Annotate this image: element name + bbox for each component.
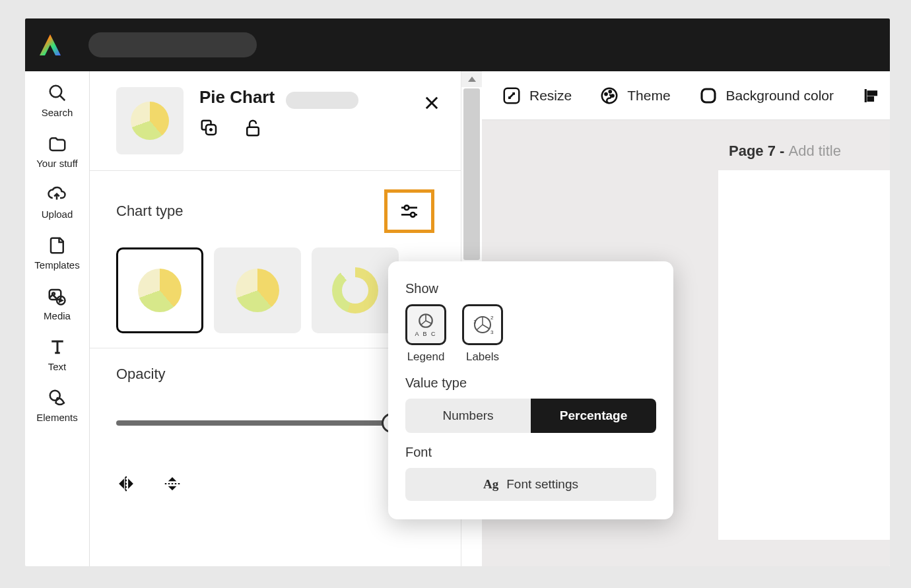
svg-rect-23 [868,91,877,94]
show-legend-toggle[interactable]: A B C [405,304,446,345]
chart-settings-popover: Show A B C Legend 123 Labels Value type … [388,261,673,519]
svg-point-0 [50,86,61,98]
legend-label: Legend [405,350,446,364]
resize-button[interactable]: Resize [502,86,572,106]
svg-point-11 [405,205,409,210]
sidebar-item-label: Text [48,361,67,372]
sidebar-item-label: Your stuff [36,158,78,169]
sidebar-item-your-stuff[interactable]: Your stuff [36,134,78,169]
chart-settings-button[interactable] [384,189,434,233]
resize-label: Resize [529,88,572,104]
document-title-input[interactable] [88,32,257,57]
show-labels-toggle[interactable]: 123 [462,304,503,345]
page-canvas[interactable] [718,170,890,540]
pie-icon [417,312,434,329]
value-type-label: Value type [405,376,656,391]
chart-thumbnail [116,87,184,154]
svg-text:3: 3 [490,329,494,335]
chart-type-pie-labeled[interactable] [214,247,301,333]
close-panel-button[interactable] [422,94,441,115]
svg-line-1 [59,96,65,101]
font-settings-label: Font settings [506,477,578,492]
scroll-up-button[interactable] [461,71,482,87]
font-section-label: Font [405,445,656,460]
sidebar-item-search[interactable]: Search [42,83,73,118]
sidebar-item-label: Templates [34,259,79,271]
page-number: Page 7 - [729,143,788,159]
value-type-percentage[interactable]: Percentage [531,399,656,433]
svg-point-18 [605,92,607,94]
opacity-slider[interactable] [116,420,400,426]
top-bar [25,18,890,71]
svg-point-13 [411,212,415,217]
app-window: Search Your stuff Upload Templates Media… [25,18,890,566]
chart-type-pie[interactable] [116,247,203,333]
pie-labels-icon: 123 [468,310,497,339]
sidebar-item-text[interactable]: Text [48,337,67,372]
sidebar-item-label: Media [44,310,71,321]
opacity-label: Opacity [116,366,434,383]
svg-text:1: 1 [473,319,477,325]
svg-rect-7 [247,127,259,136]
value-type-numbers[interactable]: Numbers [405,399,531,433]
svg-point-20 [612,94,614,96]
sidebar-item-media[interactable]: Media [44,286,71,321]
sidebar-item-elements[interactable]: Elements [36,388,78,423]
bgcolor-label: Background color [726,88,834,104]
duplicate-icon[interactable] [199,118,219,141]
theme-button[interactable]: Theme [599,86,670,106]
page-label[interactable]: Page 7 - Add title [729,143,841,160]
flip-horizontal-icon[interactable] [116,474,136,496]
adobe-logo-icon[interactable] [37,32,63,58]
sidebar-item-templates[interactable]: Templates [34,236,79,271]
theme-label: Theme [627,88,670,104]
scrollbar-thumb[interactable] [463,88,480,260]
svg-text:2: 2 [490,315,494,321]
labels-label: Labels [462,350,503,364]
page-title-placeholder: Add title [789,143,842,159]
flip-vertical-icon[interactable] [162,474,182,496]
font-settings-button[interactable]: Ag Font settings [405,468,656,501]
left-sidebar: Search Your stuff Upload Templates Media… [25,71,90,566]
chart-type-donut[interactable] [312,247,399,333]
canvas-toolbar: Resize Theme Background color [482,71,890,120]
sidebar-item-upload[interactable]: Upload [42,185,73,220]
svg-rect-21 [702,89,715,102]
legend-abc: A B C [415,331,436,337]
svg-point-19 [609,90,611,92]
background-color-button[interactable]: Background color [698,86,834,106]
font-ag-icon: Ag [483,477,498,492]
sidebar-item-label: Upload [42,209,73,220]
align-button[interactable] [861,86,881,106]
sidebar-item-label: Elements [36,412,78,423]
svg-rect-24 [868,97,873,100]
svg-point-5 [50,391,59,401]
lock-icon[interactable] [243,118,263,141]
sidebar-item-label: Search [42,107,73,118]
chart-type-label: Chart type [116,203,184,220]
chart-name-input[interactable] [286,92,358,109]
panel-title: Pie Chart [199,87,275,108]
show-section-label: Show [405,281,656,296]
